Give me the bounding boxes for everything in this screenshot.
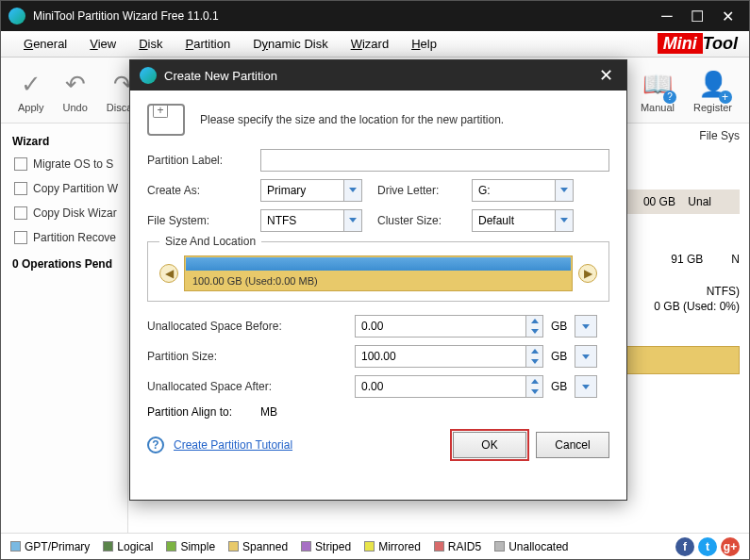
align-to-select[interactable]: MB <box>260 405 313 419</box>
manual-button[interactable]: 📖?Manual <box>633 63 682 117</box>
slider-right-button[interactable]: ▶ <box>578 264 597 283</box>
spin-down-button[interactable] <box>526 326 542 337</box>
help-icon[interactable]: ? <box>147 436 164 453</box>
partition-size-label: Partition Size: <box>147 350 355 363</box>
menu-view[interactable]: View <box>78 33 127 55</box>
slider-label: 100.00 GB (Used:0.00 MB) <box>192 275 318 287</box>
recovery-icon <box>14 231 27 244</box>
menu-general[interactable]: General <box>12 33 78 55</box>
app-icon <box>8 8 25 25</box>
legend-striped: Striped <box>301 540 351 553</box>
ok-button[interactable]: OK <box>453 432 526 458</box>
legend-logical: Logical <box>103 540 153 553</box>
sidebar-item-label: Copy Disk Wizar <box>33 206 117 220</box>
menu-partition[interactable]: Partition <box>175 33 242 55</box>
unalloc-after-label: Unallocated Space After: <box>147 380 355 393</box>
dialog-title: Create New Partition <box>164 69 595 83</box>
tutorial-link[interactable]: Create Partition Tutorial <box>174 438 292 452</box>
dialog-icon <box>140 67 157 84</box>
partition-label-input[interactable] <box>260 149 609 172</box>
undo-button[interactable]: ↶Undo <box>56 63 95 117</box>
create-as-select[interactable]: Primary <box>260 179 362 202</box>
legend-bar: GPT/Primary Logical Simple Spanned Strip… <box>1 533 749 559</box>
cluster-size-label: Cluster Size: <box>377 214 472 227</box>
unit-select[interactable] <box>575 375 597 398</box>
legend-raid5: RAID5 <box>434 540 481 553</box>
sidebar-item-migrate-os[interactable]: Migrate OS to S <box>1 152 127 176</box>
undo-icon: ↶ <box>65 68 86 102</box>
window-titlebar: MiniTool Partition Wizard Free 11.0.1 ─ … <box>1 1 749 31</box>
slider-left-button[interactable]: ◀ <box>159 264 178 283</box>
partition-label-label: Partition Label: <box>147 154 260 167</box>
sidebar: Wizard Migrate OS to S Copy Partition W … <box>1 124 128 533</box>
copy-disk-icon <box>14 206 27 220</box>
drive-letter-select[interactable]: G: <box>472 179 574 202</box>
sidebar-item-label: Partition Recove <box>33 231 116 244</box>
sidebar-item-label: Copy Partition W <box>33 182 118 195</box>
cancel-button[interactable]: Cancel <box>536 432 609 458</box>
menu-dynamic-disk[interactable]: Dynamic Disk <box>242 33 339 55</box>
partition-bar[interactable] <box>617 346 740 374</box>
unit-select[interactable] <box>575 315 597 338</box>
unit-select[interactable] <box>575 345 597 368</box>
minimize-button[interactable]: ─ <box>653 5 681 27</box>
register-button[interactable]: 👤+Register <box>686 63 740 117</box>
user-add-icon: 👤+ <box>698 68 728 102</box>
unit-label: GB <box>543 350 575 363</box>
book-icon: 📖? <box>642 68 673 102</box>
create-as-label: Create As: <box>147 184 260 197</box>
file-system-label: File System: <box>147 214 260 227</box>
maximize-button[interactable]: ☐ <box>683 5 711 27</box>
spin-up-button[interactable] <box>526 316 542 326</box>
disk-row[interactable]: 00 GB Unal <box>617 189 740 214</box>
file-system-select[interactable]: NTFS <box>260 209 362 232</box>
dialog-close-button[interactable]: ✕ <box>595 65 617 86</box>
partition-size-input[interactable] <box>356 346 525 367</box>
apply-button[interactable]: ✓Apply <box>10 63 52 117</box>
unalloc-before-input[interactable] <box>356 316 525 337</box>
sidebar-wizard-title: Wizard <box>1 131 127 152</box>
facebook-icon[interactable]: f <box>675 537 694 556</box>
legend-simple: Simple <box>166 540 215 553</box>
legend-spanned: Spanned <box>228 540 288 553</box>
window-title: MiniTool Partition Wizard Free 11.0.1 <box>33 9 653 23</box>
gplus-icon[interactable]: g+ <box>721 537 740 556</box>
column-header-filesystem: File Sys <box>699 129 740 142</box>
sidebar-item-copy-partition[interactable]: Copy Partition W <box>1 176 127 201</box>
dialog-description: Please specify the size and the location… <box>200 113 504 126</box>
drive-letter-label: Drive Letter: <box>377 184 472 197</box>
spin-down-button[interactable] <box>526 387 542 397</box>
unalloc-after-spinner[interactable] <box>355 375 543 398</box>
unalloc-after-input[interactable] <box>356 376 525 397</box>
menu-help[interactable]: Help <box>400 33 448 55</box>
unalloc-before-spinner[interactable] <box>355 315 543 338</box>
close-button[interactable]: ✕ <box>713 5 742 27</box>
unit-label: GB <box>543 380 575 393</box>
sidebar-item-partition-recovery[interactable]: Partition Recove <box>1 225 127 250</box>
dialog-titlebar: Create New Partition ✕ <box>130 60 626 91</box>
slider-fill <box>186 257 571 271</box>
partition-info: 91 GB N NTFS) 0 GB (Used: 0%) <box>654 252 740 315</box>
create-partition-dialog: Create New Partition ✕ Please specify th… <box>129 59 627 501</box>
spin-up-button[interactable] <box>526 376 542 387</box>
spin-down-button[interactable] <box>526 356 542 367</box>
brand-logo: MiniTool <box>658 34 738 54</box>
partition-icon <box>147 104 185 136</box>
spin-up-button[interactable] <box>526 346 542 356</box>
menu-wizard[interactable]: Wizard <box>340 33 400 55</box>
sidebar-item-label: Migrate OS to S <box>33 157 113 171</box>
unit-label: GB <box>543 320 575 333</box>
align-to-label: Partition Align to: <box>147 405 260 419</box>
legend-unallocated: Unallocated <box>494 540 568 553</box>
migrate-icon <box>14 157 27 171</box>
legend-gpt: GPT/Primary <box>10 540 90 553</box>
partition-size-slider[interactable]: 100.00 GB (Used:0.00 MB) <box>184 255 573 291</box>
cluster-size-select[interactable]: Default <box>472 209 574 232</box>
unalloc-before-label: Unallocated Space Before: <box>147 320 355 333</box>
partition-size-spinner[interactable] <box>355 345 543 368</box>
twitter-icon[interactable]: t <box>698 537 717 556</box>
size-location-fieldset: Size And Location ◀ 100.00 GB (Used:0.00… <box>147 241 609 302</box>
sidebar-item-copy-disk[interactable]: Copy Disk Wizar <box>1 201 127 225</box>
menu-disk[interactable]: Disk <box>127 33 174 55</box>
menubar: General View Disk Partition Dynamic Disk… <box>1 31 749 58</box>
